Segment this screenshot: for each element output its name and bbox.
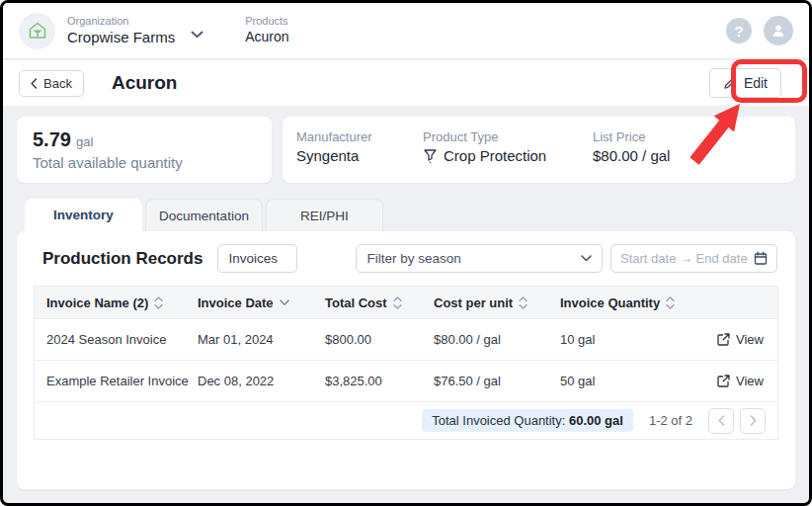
org-label: Organization [67,15,175,29]
season-filter-placeholder: Filter by season [366,251,460,266]
avatar[interactable] [764,16,793,45]
back-button[interactable]: Back [19,70,84,97]
external-link-icon [717,375,730,387]
manufacturer-label: Manufacturer [296,128,423,146]
sort-icon [393,296,402,309]
funnel-icon [423,148,438,164]
list-price-label: List Price [593,128,670,146]
external-link-icon [717,333,730,346]
org-switcher[interactable]: Organization Cropwise Farms [67,15,175,47]
breadcrumb-current: Acuron [245,29,288,46]
product-details-card: Manufacturer Syngenta Product Type Crop … [283,117,795,183]
back-label: Back [43,76,72,91]
records-toolbar: Production Records Invoices Filter by se… [17,231,795,284]
cell-invoice-name: 2024 Season Invoice [35,332,198,347]
cell-total-cost: $800.00 [325,332,434,347]
breadcrumb: Products Acuron [245,15,288,45]
invoices-table: Invoice Name (2) Invoice Date Total Cost… [34,286,778,440]
manufacturer-field: Manufacturer Syngenta [296,128,423,171]
section-heading: Production Records [42,249,203,269]
column-header-total-cost[interactable]: Total Cost [325,295,434,310]
tab-rei-phi[interactable]: REI/PHI [266,199,383,231]
pagination [708,408,766,434]
pagination-range: 1-2 of 2 [649,413,692,428]
cropwise-logo-icon [19,13,55,49]
view-invoice-link[interactable]: View [717,332,764,347]
view-invoice-link[interactable]: View [717,374,764,388]
tab-documentation[interactable]: Documentation [145,199,263,231]
title-bar: Back Acuron Edit [3,60,809,106]
quantity-caption: Total available quantity [33,154,256,171]
total-invoiced-value: 60.00 gal [569,413,623,428]
list-price-value: $80.00 / gal [593,146,670,166]
chevron-left-icon [31,78,38,89]
chevron-down-icon [581,255,592,262]
chevron-right-icon [750,415,757,426]
manufacturer-value: Syngenta [296,146,423,166]
edit-label: Edit [744,75,768,91]
inventory-panel: Production Records Invoices Filter by se… [17,231,795,489]
cell-invoice-date: Mar 01, 2024 [198,332,325,347]
quantity-value: 5.79 [33,128,71,151]
record-type-select[interactable]: Invoices [217,244,297,273]
help-button[interactable]: ? [726,18,752,43]
product-type-label: Product Type [423,128,593,146]
pencil-icon [723,76,737,90]
summary-cards: 5.79 gal Total available quantity Manufa… [17,117,795,183]
calendar-icon[interactable] [754,251,768,266]
chevron-left-icon [718,415,725,426]
date-range-field [610,244,777,273]
sort-icon [666,296,675,309]
column-header-invoice-date[interactable]: Invoice Date [198,295,325,310]
record-type-value: Invoices [228,251,278,266]
edit-button[interactable]: Edit [709,68,781,98]
table-row: Example Retailer Invoice Dec 08, 2022 $3… [35,360,777,401]
cell-total-cost: $3,825.00 [325,374,434,388]
tab-inventory[interactable]: Inventory [25,199,142,231]
table-row: 2024 Season Invoice Mar 01, 2024 $800.00… [35,318,777,360]
page-title: Acuron [112,72,178,94]
date-range-input[interactable] [620,251,748,266]
app-window: Organization Cropwise Farms Products Acu… [0,0,812,506]
sort-desc-icon [280,299,289,306]
cell-invoice-quantity: 50 gal [560,374,708,388]
cell-cost-per-unit: $76.50 / gal [434,374,560,388]
table-header-row: Invoice Name (2) Invoice Date Total Cost… [35,286,777,318]
column-header-invoice-quantity[interactable]: Invoice Quantity [560,295,708,310]
top-bar: Organization Cropwise Farms Products Acu… [3,3,809,59]
sort-icon [154,296,163,309]
person-icon [771,23,786,39]
column-header-invoice-name[interactable]: Invoice Name (2) [35,295,198,310]
cell-invoice-quantity: 10 gal [560,332,708,347]
cell-cost-per-unit: $80.00 / gal [434,332,560,347]
cell-invoice-date: Dec 08, 2022 [198,374,325,388]
season-filter-select[interactable]: Filter by season [356,244,603,273]
question-mark-icon: ? [734,23,743,40]
quantity-unit: gal [76,134,93,149]
product-type-value: Crop Protection [444,146,546,166]
total-invoiced-badge: Total Invoiced Quantity: 60.00 gal [422,409,633,432]
list-price-field: List Price $80.00 / gal [593,128,670,171]
table-footer: Total Invoiced Quantity: 60.00 gal 1-2 o… [35,401,777,439]
sort-icon [519,296,528,309]
column-header-cost-per-unit[interactable]: Cost per unit [434,295,560,310]
previous-page-button[interactable] [708,408,734,434]
tab-bar: Inventory Documentation REI/PHI [25,199,383,231]
cell-invoice-name: Example Retailer Invoice [35,374,198,388]
available-quantity-card: 5.79 gal Total available quantity [17,117,272,183]
breadcrumb-section: Products [245,15,288,29]
product-type-field: Product Type Crop Protection [423,128,593,171]
next-page-button[interactable] [740,408,766,434]
chevron-down-icon[interactable] [191,31,203,39]
org-name: Cropwise Farms [67,29,175,47]
